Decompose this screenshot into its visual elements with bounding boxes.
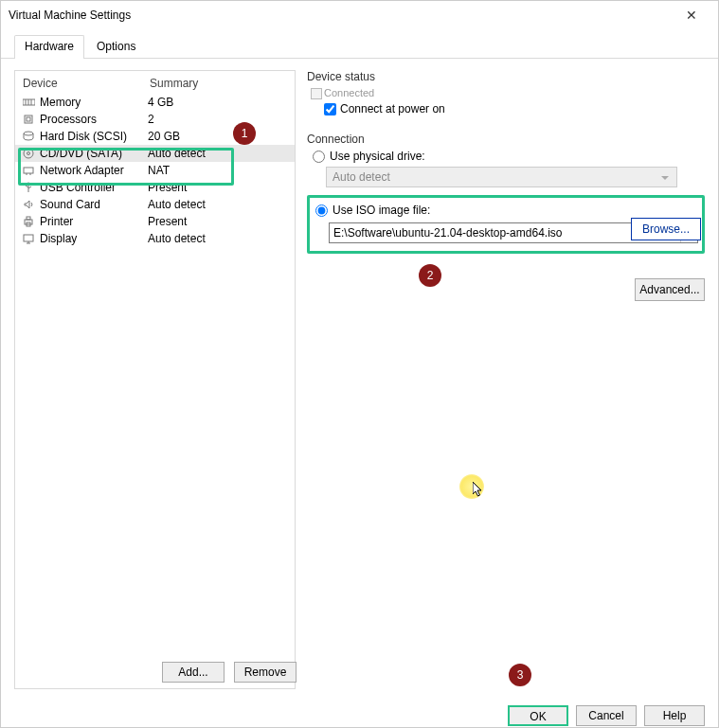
device-summary: 2 [148, 113, 154, 126]
svg-point-13 [27, 183, 30, 186]
svg-rect-15 [27, 217, 30, 220]
disc-icon [21, 147, 36, 160]
display-icon [21, 232, 36, 245]
device-name: Memory [40, 96, 148, 109]
use-iso-radio[interactable] [315, 204, 328, 217]
annotation-callout-3: 3 [509, 664, 531, 686]
printer-icon [21, 215, 36, 228]
physical-drive-select: Auto detect [326, 167, 677, 187]
device-name: CD/DVD (SATA) [40, 147, 148, 160]
device-summary: Present [148, 181, 187, 194]
cursor-icon [473, 482, 484, 497]
svg-rect-5 [27, 117, 30, 121]
use-iso-label: Use ISO image file: [333, 204, 430, 217]
help-button[interactable]: Help [644, 705, 705, 726]
device-name: Sound Card [40, 198, 148, 211]
device-summary: Auto detect [148, 147, 206, 160]
column-device: Device [23, 77, 150, 90]
network-icon [21, 164, 36, 177]
physical-drive-value: Auto detect [333, 170, 390, 184]
svg-rect-9 [24, 168, 33, 173]
device-summary: NAT [148, 164, 170, 177]
column-summary: Summary [150, 77, 198, 90]
svg-point-6 [24, 132, 33, 135]
tab-options[interactable]: Options [86, 35, 146, 59]
device-list: Device Summary Memory 4 GB Processors 2 … [14, 70, 296, 689]
close-icon[interactable]: ✕ [673, 8, 710, 23]
device-status-title: Device status [307, 70, 705, 83]
device-row-cddvd[interactable]: CD/DVD (SATA) Auto detect [15, 145, 295, 162]
connect-at-power-on-checkbox[interactable] [324, 103, 336, 115]
browse-button[interactable]: Browse... [631, 218, 701, 240]
device-name: Hard Disk (SCSI) [40, 130, 148, 143]
connection-title: Connection [307, 133, 705, 146]
device-row-sound[interactable]: Sound Card Auto detect [15, 196, 295, 213]
cancel-button[interactable]: Cancel [576, 705, 637, 726]
device-summary: Auto detect [148, 198, 206, 211]
device-row-display[interactable]: Display Auto detect [15, 230, 295, 247]
use-physical-drive-label: Use physical drive: [330, 150, 425, 163]
device-summary: 20 GB [148, 130, 180, 143]
add-button[interactable]: Add... [162, 662, 225, 683]
remove-button[interactable]: Remove [234, 662, 297, 683]
cpu-icon [21, 113, 36, 126]
sound-icon [21, 198, 36, 211]
device-name: Display [40, 232, 148, 245]
connect-at-power-on-label: Connect at power on [340, 102, 445, 115]
connected-checkbox-disabled: Connected [324, 87, 705, 98]
annotation-callout-1: 1 [233, 122, 256, 145]
svg-rect-4 [25, 115, 32, 123]
tab-hardware[interactable]: Hardware [14, 35, 84, 59]
device-row-memory[interactable]: Memory 4 GB [15, 94, 295, 111]
annotation-callout-2: 2 [419, 264, 441, 287]
device-row-printer[interactable]: Printer Present [15, 213, 295, 230]
device-name: Printer [40, 215, 148, 228]
svg-point-8 [27, 152, 30, 155]
device-name: USB Controller [40, 181, 148, 194]
ok-button[interactable]: OK [508, 705, 568, 726]
window-title: Virtual Machine Settings [9, 9, 673, 22]
disk-icon [21, 130, 36, 143]
device-summary: Present [148, 215, 187, 228]
device-name: Network Adapter [40, 164, 148, 177]
device-summary: Auto detect [148, 232, 206, 245]
device-row-network[interactable]: Network Adapter NAT [15, 162, 295, 179]
use-physical-drive-radio[interactable] [313, 151, 325, 163]
device-row-usb[interactable]: USB Controller Present [15, 179, 295, 196]
iso-path-value: E:\Software\ubuntu-21.04-desktop-amd64.i… [333, 226, 562, 240]
memory-icon [21, 96, 36, 109]
device-name: Processors [40, 113, 148, 126]
svg-point-7 [24, 149, 33, 158]
usb-icon [21, 181, 36, 194]
svg-rect-17 [24, 235, 33, 241]
device-summary: 4 GB [148, 96, 173, 109]
advanced-button[interactable]: Advanced... [635, 278, 705, 301]
